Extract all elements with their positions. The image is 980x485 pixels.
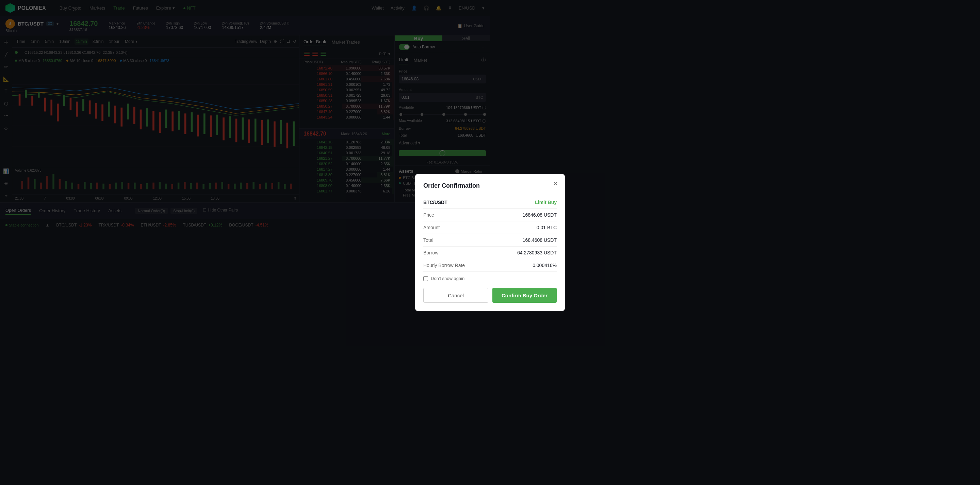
modal-overlay: ✕ Order Confirmation BTC/USDT Limit Buy … — [0, 0, 490, 242]
modal-price-row: Price 16846.08 USDT — [423, 209, 490, 222]
modal-amount-row: Amount 0.01 BTC — [423, 222, 490, 234]
order-confirmation-modal: ✕ Order Confirmation BTC/USDT Limit Buy … — [415, 174, 490, 242]
modal-price-label: Price — [423, 212, 434, 218]
modal-amount-label: Amount — [423, 225, 440, 230]
modal-total-label: Total — [423, 238, 434, 242]
modal-symbol-value: BTC/USDT — [423, 199, 447, 205]
modal-total-row: Total 168.4608 USDT — [423, 234, 490, 242]
modal-title: Order Confirmation — [423, 182, 490, 189]
modal-symbol-row: BTC/USDT Limit Buy — [423, 196, 490, 209]
